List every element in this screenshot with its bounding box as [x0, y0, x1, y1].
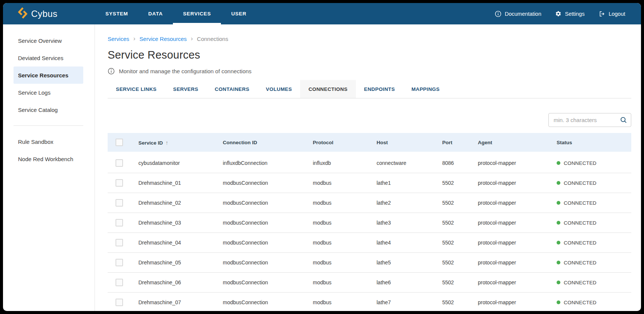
sidebar-item-deviated-services[interactable]: Deviated Services [14, 49, 83, 66]
search-input[interactable] [548, 113, 631, 127]
cell-port: 5502 [435, 273, 470, 293]
tab-connections[interactable]: CONNECTIONS [300, 80, 356, 98]
tab-service-links[interactable]: SERVICE LINKS [108, 80, 165, 98]
table-row[interactable]: Drehmaschine_05modbusConnectionmodbuslat… [108, 253, 631, 273]
page-title: Service Resources [108, 48, 631, 62]
nav-tab-data[interactable]: DATA [138, 3, 173, 24]
row-checkbox-cell [108, 193, 131, 213]
logout-button[interactable]: Logout [599, 11, 625, 17]
search-icon[interactable] [620, 116, 627, 125]
tab-mappings[interactable]: MAPPINGS [403, 80, 448, 98]
column-header-port[interactable]: Port [435, 133, 470, 152]
cell-agent: protocol-mapper [470, 253, 549, 273]
sidebar-item-service-logs[interactable]: Service Logs [14, 84, 83, 101]
cell-protocol: modbus [305, 193, 369, 213]
status-dot-icon [557, 161, 560, 165]
status-badge: CONNECTED [557, 220, 631, 226]
cell-agent: protocol-mapper [470, 213, 549, 233]
cell-protocol: influxdb [305, 152, 369, 173]
brand-name: Cybus [31, 9, 57, 19]
status-label: CONNECTED [564, 240, 596, 246]
column-header-service-id[interactable]: Service ID↑ [131, 133, 215, 152]
row-checkbox[interactable] [116, 159, 123, 167]
settings-button[interactable]: Settings [555, 11, 584, 17]
cell-port: 5502 [435, 173, 470, 193]
cell-protocol: modbus [305, 173, 369, 193]
sidebar-divider [14, 125, 83, 126]
column-header-label: Status [557, 140, 572, 145]
status-badge: CONNECTED [557, 180, 631, 186]
column-header-label: Host [377, 140, 388, 145]
sidebar-item-service-overview[interactable]: Service Overview [14, 32, 83, 49]
column-header-label: Service ID [138, 140, 163, 146]
breadcrumb-link-service-resources[interactable]: Service Resources [140, 36, 187, 42]
header-checkbox-cell [108, 133, 131, 152]
sidebar: Service OverviewDeviated ServicesService… [3, 24, 95, 311]
row-checkbox[interactable] [116, 179, 123, 187]
cell-host: lathe3 [369, 213, 435, 233]
row-checkbox[interactable] [116, 299, 123, 306]
brand[interactable]: Cybus [3, 3, 95, 24]
table-row[interactable]: Drehmaschine_04modbusConnectionmodbuslat… [108, 233, 631, 253]
cell-agent: protocol-mapper [470, 173, 549, 193]
cell-connection-id: modbusConnection [215, 213, 305, 233]
tab-volumes[interactable]: VOLUMES [258, 80, 300, 98]
page-subtitle-row: Monitor and manage the configuration of … [108, 67, 631, 75]
cell-agent: protocol-mapper [470, 273, 549, 293]
breadcrumb-link-services[interactable]: Services [108, 36, 129, 42]
page-body: Service OverviewDeviated ServicesService… [3, 24, 641, 311]
row-checkbox[interactable] [116, 199, 123, 207]
table-row[interactable]: Drehmaschine_03modbusConnectionmodbuslat… [108, 213, 631, 233]
tab-servers[interactable]: SERVERS [165, 80, 206, 98]
column-header-agent[interactable]: Agent [470, 133, 549, 152]
status-badge: CONNECTED [557, 200, 631, 206]
column-header-protocol[interactable]: Protocol [305, 133, 369, 152]
cell-service-id: Drehmaschine_03 [131, 213, 215, 233]
column-header-status[interactable]: Status [549, 133, 631, 152]
row-checkbox[interactable] [116, 279, 123, 286]
logout-icon [599, 11, 605, 17]
table-row[interactable]: Drehmaschine_07modbusConnectionmodbuslat… [108, 293, 631, 311]
cell-service-id: Drehmaschine_06 [131, 273, 215, 293]
status-label: CONNECTED [564, 180, 596, 186]
row-checkbox[interactable] [116, 259, 123, 266]
nav-actions: DocumentationSettingsLogout [495, 3, 641, 24]
sidebar-item-rule-sandbox[interactable]: Rule Sandbox [14, 133, 83, 150]
status-dot-icon [557, 300, 560, 304]
status-badge: CONNECTED [557, 300, 631, 305]
cell-host: lathe6 [369, 273, 435, 293]
cell-port: 5502 [435, 293, 470, 311]
nav-tab-system[interactable]: SYSTEM [95, 3, 138, 24]
status-label: CONNECTED [564, 300, 596, 305]
cell-connection-id: modbusConnection [215, 233, 305, 253]
info-icon [108, 68, 115, 75]
sidebar-item-service-resources[interactable]: Service Resources [14, 66, 83, 84]
cell-status: CONNECTED [549, 273, 631, 293]
select-all-checkbox[interactable] [116, 139, 123, 146]
documentation-button[interactable]: Documentation [495, 11, 542, 17]
status-dot-icon [557, 261, 560, 264]
tab-endpoints[interactable]: ENDPOINTS [356, 80, 403, 98]
table-row[interactable]: Drehmaschine_01modbusConnectionmodbuslat… [108, 173, 631, 193]
status-label: CONNECTED [564, 220, 596, 226]
column-header-connection-id[interactable]: Connection ID [215, 133, 305, 152]
row-checkbox[interactable] [116, 219, 123, 226]
table-row[interactable]: Drehmaschine_06modbusConnectionmodbuslat… [108, 273, 631, 293]
sidebar-item-node-red-workbench[interactable]: Node Red Workbench [14, 150, 83, 168]
cell-host: lathe7 [369, 293, 435, 311]
row-checkbox-cell [108, 173, 131, 193]
column-header-label: Port [442, 140, 452, 145]
table-row[interactable]: cybusdatamonitorinfluxdbConnectioninflux… [108, 152, 631, 173]
column-header-host[interactable]: Host [369, 133, 435, 152]
page-subtitle: Monitor and manage the configuration of … [119, 68, 252, 74]
status-label: CONNECTED [564, 160, 596, 166]
nav-tab-services[interactable]: SERVICES [173, 3, 221, 24]
main-content: Services›Service Resources›Connections S… [95, 24, 641, 311]
cell-service-id: Drehmaschine_04 [131, 233, 215, 253]
row-checkbox[interactable] [116, 239, 123, 246]
table-row[interactable]: Drehmaschine_02modbusConnectionmodbuslat… [108, 193, 631, 213]
row-checkbox-cell [108, 293, 131, 311]
nav-tab-user[interactable]: USER [221, 3, 257, 24]
tab-containers[interactable]: CONTAINERS [207, 80, 258, 98]
sidebar-item-service-catalog[interactable]: Service Catalog [14, 101, 83, 118]
